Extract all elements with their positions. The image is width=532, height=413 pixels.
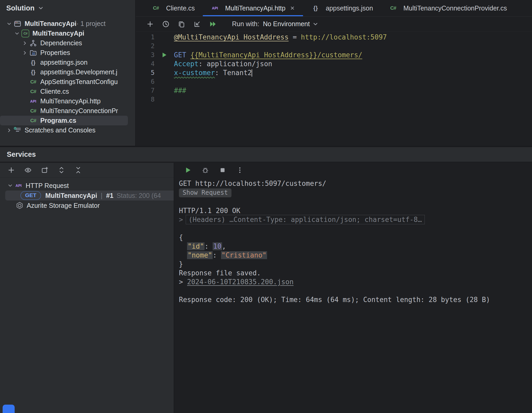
tree-item-dependencies[interactable]: Dependencies xyxy=(0,38,135,48)
console-toolbar xyxy=(174,163,532,177)
chevron-down-icon[interactable] xyxy=(5,21,13,27)
services-item-request-run[interactable]: GET MultiTenancyApi | #1 Status: 200 (64 xyxy=(5,191,174,200)
editor-tab-bar: C# Cliente.cs API MultiTenancyApi.http {… xyxy=(136,0,532,16)
text-token xyxy=(179,251,187,259)
http-api-icon: API xyxy=(29,99,38,103)
tree-item-cliente-cs[interactable]: C# Cliente.cs xyxy=(0,87,135,96)
tree-item-multitenancyapi-project[interactable]: C# MultiTenancyApi xyxy=(0,29,135,38)
tab-multitenancyapi-http[interactable]: API MultiTenancyApi.http xyxy=(203,0,303,16)
csharp-icon-glyph: C# xyxy=(30,108,36,114)
folded-headers[interactable]: (Headers) …Content-Type: application/jso… xyxy=(186,215,425,224)
csproj-icon-glyph: C# xyxy=(24,31,27,35)
console-line xyxy=(179,197,532,206)
more-options-icon[interactable] xyxy=(235,166,244,175)
tree-item-label: MultiTenancyApi xyxy=(32,30,84,37)
properties-folder-icon xyxy=(29,49,38,57)
http-api-icon: API xyxy=(14,183,23,188)
json-icon-glyph: {} xyxy=(31,59,35,66)
code-line[interactable]: @MultiTenancyApi_HostAddress = http://lo… xyxy=(174,33,532,42)
tree-item-appsettingstenantconfig[interactable]: C# AppSettingsTenantConfigu xyxy=(0,77,135,87)
chevron-down-icon[interactable] xyxy=(6,183,14,188)
close-icon[interactable] xyxy=(290,5,295,11)
environment-value: No Environment xyxy=(263,20,310,28)
show-options-icon[interactable] xyxy=(24,166,32,175)
add-request-icon[interactable] xyxy=(146,20,155,29)
csharp-icon-glyph: C# xyxy=(30,89,36,94)
code-line[interactable] xyxy=(174,95,532,104)
environment-selector[interactable]: No Environment xyxy=(263,20,319,28)
chevron-right-icon[interactable] xyxy=(21,50,29,56)
csharp-icon-glyph: C# xyxy=(30,79,36,85)
code-line[interactable]: GET {{MultiTenancyApi_HostAddress}}/cust… xyxy=(174,51,532,59)
response-saved-message: Response file saved. xyxy=(179,269,261,277)
console-line: >(Headers) …Content-Type: application/js… xyxy=(179,215,532,224)
debug-icon[interactable] xyxy=(201,166,210,175)
tab-multitenancyconnectionprovider-cs[interactable]: C# MultiTenancyConnectionProvider.cs xyxy=(381,0,515,16)
tree-item-multitenancyapi-solution[interactable]: MultiTenancyApi · 1 project xyxy=(0,19,135,29)
status-line: HTTP/1.1 200 OK xyxy=(179,207,240,215)
copy-icon[interactable] xyxy=(177,20,186,29)
run-request-icon[interactable] xyxy=(155,52,174,58)
text-token: > xyxy=(179,278,187,286)
console-line: GET http://localhost:5097/customers/ xyxy=(179,179,532,188)
tab-cliente-cs[interactable]: C# Cliente.cs xyxy=(144,0,203,16)
tree-item-scratches-and-consoles[interactable]: Scratches and Consoles xyxy=(0,125,135,135)
show-request-button[interactable]: Show Request xyxy=(179,188,231,197)
history-icon[interactable] xyxy=(161,20,170,29)
console-line: > 2024-06-10T210835.200.json xyxy=(179,277,532,286)
tree-item-label: Cliente.cs xyxy=(40,88,69,95)
services-item-http-request[interactable]: API HTTP Request xyxy=(0,181,174,191)
code-editor[interactable]: 1 2 3 4 5 6 7 8 @MultiTenancyApi_HostAdd… xyxy=(136,32,532,146)
code-line[interactable]: x-customer: Tenant2 xyxy=(174,68,532,77)
text-token: : xyxy=(199,60,207,68)
services-item-azurite[interactable]: Azurite Storage Emulator xyxy=(0,200,174,210)
code-line[interactable] xyxy=(174,77,532,86)
response-file-link[interactable]: 2024-06-10T210835.200.json xyxy=(187,278,293,286)
services-item-label: HTTP Request xyxy=(26,182,69,189)
console-line xyxy=(179,286,532,295)
tree-item-program-cs[interactable]: C# Program.cs xyxy=(0,116,128,125)
http-response-console: GET http://localhost:5097/customers/ Sho… xyxy=(174,163,532,413)
tree-item-label: Program.cs xyxy=(40,117,76,124)
tree-item-properties[interactable]: Properties xyxy=(0,48,135,58)
fold-toggle[interactable]: > xyxy=(179,216,183,224)
http-method-badge: GET xyxy=(20,191,41,200)
request-name: MultiTenancyApi xyxy=(45,192,97,199)
chevron-down-icon[interactable] xyxy=(38,5,44,11)
code-line[interactable] xyxy=(174,42,532,51)
expand-all-icon[interactable] xyxy=(57,166,66,175)
notification-icon[interactable] xyxy=(3,405,15,413)
stop-icon[interactable] xyxy=(218,166,227,175)
tab-appsettings-json[interactable]: {} appsettings.json xyxy=(303,0,381,16)
header-value: application/json xyxy=(207,60,272,68)
code-line[interactable]: ### xyxy=(174,86,532,95)
header-name: x-customer xyxy=(174,69,215,77)
header-name: Accept xyxy=(174,60,199,68)
solution-panel-header[interactable]: Solution xyxy=(0,0,135,16)
line-number: 4 xyxy=(136,60,155,68)
line-number: 7 xyxy=(136,87,155,94)
api-icon-glyph: API xyxy=(15,183,21,188)
chevron-right-icon[interactable] xyxy=(21,40,29,46)
tree-item-multitenancyconnectionprovider[interactable]: C# MultiTenancyConnectionPr xyxy=(0,106,135,116)
code-line[interactable]: Accept: application/json xyxy=(174,59,532,68)
chevron-right-icon[interactable] xyxy=(5,127,13,133)
line-number: 2 xyxy=(136,42,155,50)
tree-item-appsettings-json[interactable]: {} appsettings.json xyxy=(0,58,135,67)
json-string: "Cristiano" xyxy=(221,251,267,259)
solution-icon xyxy=(13,20,22,28)
run-all-icon[interactable] xyxy=(208,20,217,29)
solution-panel-title: Solution xyxy=(6,4,35,12)
services-tool-window: API HTTP Request GET MultiTenancyApi | #… xyxy=(0,163,532,413)
rerun-icon[interactable] xyxy=(184,166,193,175)
open-request-log-icon[interactable] xyxy=(193,20,202,29)
open-in-new-tab-icon[interactable] xyxy=(40,166,49,175)
add-service-icon[interactable] xyxy=(7,166,16,175)
tree-item-multitenancyapi-http[interactable]: API MultiTenancyApi.http xyxy=(0,96,135,106)
tree-item-appsettings-development-json[interactable]: {} appsettings.Development.j xyxy=(0,67,135,77)
collapse-all-icon[interactable] xyxy=(74,166,83,175)
services-title: Services xyxy=(7,150,36,159)
line-number: 6 xyxy=(136,78,155,85)
json-key: "id" xyxy=(187,242,205,250)
chevron-down-icon[interactable] xyxy=(13,31,21,36)
